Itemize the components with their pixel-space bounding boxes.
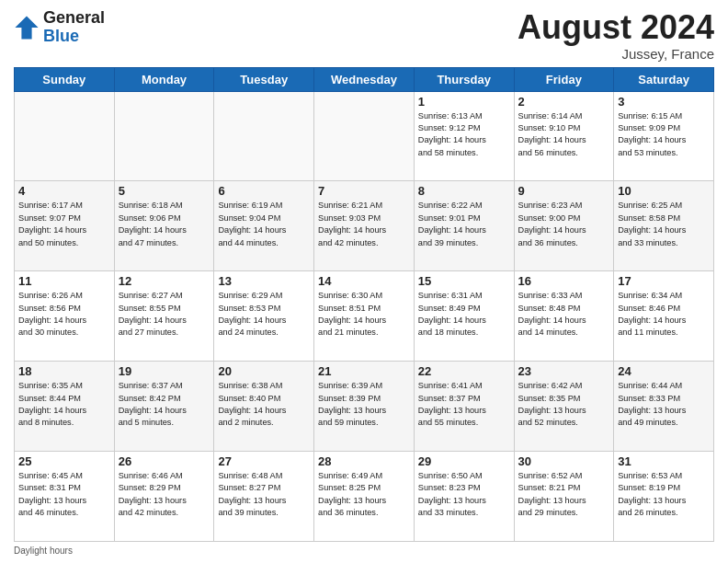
day-number: 2: [518, 95, 610, 109]
day-info: Sunrise: 6:22 AMSunset: 9:01 PMDaylight:…: [418, 200, 510, 248]
logo-blue-text: Blue: [43, 28, 105, 46]
logo: General Blue: [14, 9, 105, 46]
day-info: Sunrise: 6:52 AMSunset: 8:21 PMDaylight:…: [518, 470, 610, 519]
day-info: Sunrise: 6:45 AMSunset: 8:31 PMDaylight:…: [18, 470, 110, 519]
day-info: Sunrise: 6:29 AMSunset: 8:53 PMDaylight:…: [218, 290, 310, 339]
day-number: 29: [418, 454, 510, 468]
calendar-day: 13Sunrise: 6:29 AMSunset: 8:53 PMDayligh…: [214, 271, 314, 362]
day-number: 6: [218, 184, 310, 198]
day-info: Sunrise: 6:26 AMSunset: 8:56 PMDaylight:…: [18, 290, 110, 339]
calendar-day: 2Sunrise: 6:14 AMSunset: 9:10 PMDaylight…: [514, 91, 614, 181]
footer-note: Daylight hours: [14, 546, 714, 556]
calendar-day: 17Sunrise: 6:34 AMSunset: 8:46 PMDayligh…: [614, 271, 714, 362]
daylight-label: Daylight hours: [14, 546, 73, 556]
day-info: Sunrise: 6:13 AMSunset: 9:12 PMDaylight:…: [418, 110, 510, 159]
day-number: 20: [218, 364, 310, 378]
calendar-header-row: SundayMondayTuesdayWednesdayThursdayFrid…: [15, 67, 714, 91]
day-info: Sunrise: 6:41 AMSunset: 8:37 PMDaylight:…: [418, 380, 510, 429]
calendar-day: 31Sunrise: 6:53 AMSunset: 8:19 PMDayligh…: [614, 452, 714, 542]
calendar-day: 21Sunrise: 6:39 AMSunset: 8:39 PMDayligh…: [314, 362, 415, 452]
day-info: Sunrise: 6:44 AMSunset: 8:33 PMDaylight:…: [618, 380, 710, 429]
day-number: 31: [618, 454, 710, 468]
day-number: 19: [119, 364, 210, 378]
day-info: Sunrise: 6:38 AMSunset: 8:40 PMDaylight:…: [218, 380, 310, 429]
calendar-day: [214, 91, 314, 181]
day-info: Sunrise: 6:42 AMSunset: 8:35 PMDaylight:…: [518, 380, 610, 429]
calendar-day: 16Sunrise: 6:33 AMSunset: 8:48 PMDayligh…: [514, 271, 614, 362]
day-number: 13: [218, 274, 310, 288]
calendar-day: 10Sunrise: 6:25 AMSunset: 8:58 PMDayligh…: [614, 181, 714, 271]
day-number: 17: [618, 274, 710, 288]
day-number: 7: [318, 184, 410, 198]
month-year: August 2024: [518, 9, 714, 46]
calendar-day: 28Sunrise: 6:49 AMSunset: 8:25 PMDayligh…: [314, 452, 415, 542]
calendar-day: 9Sunrise: 6:23 AMSunset: 9:00 PMDaylight…: [514, 181, 614, 271]
title-block: August 2024 Jussey, France: [518, 9, 714, 62]
day-number: 25: [18, 454, 110, 468]
day-info: Sunrise: 6:19 AMSunset: 9:04 PMDaylight:…: [218, 200, 310, 248]
calendar-day: 5Sunrise: 6:18 AMSunset: 9:06 PMDaylight…: [114, 181, 214, 271]
day-number: 27: [218, 454, 310, 468]
day-header-wednesday: Wednesday: [314, 67, 415, 91]
day-info: Sunrise: 6:31 AMSunset: 8:49 PMDaylight:…: [418, 290, 510, 339]
calendar-day: 22Sunrise: 6:41 AMSunset: 8:37 PMDayligh…: [414, 362, 514, 452]
calendar-week-4: 18Sunrise: 6:35 AMSunset: 8:44 PMDayligh…: [15, 362, 714, 452]
calendar-day: 8Sunrise: 6:22 AMSunset: 9:01 PMDaylight…: [414, 181, 514, 271]
calendar-day: 3Sunrise: 6:15 AMSunset: 9:09 PMDaylight…: [614, 91, 714, 181]
day-info: Sunrise: 6:50 AMSunset: 8:23 PMDaylight:…: [418, 470, 510, 519]
logo-text: General Blue: [43, 9, 105, 46]
day-number: 4: [18, 184, 110, 198]
day-info: Sunrise: 6:14 AMSunset: 9:10 PMDaylight:…: [518, 110, 610, 159]
calendar-day: 30Sunrise: 6:52 AMSunset: 8:21 PMDayligh…: [514, 452, 614, 542]
calendar-day: 7Sunrise: 6:21 AMSunset: 9:03 PMDaylight…: [314, 181, 415, 271]
calendar-day: 4Sunrise: 6:17 AMSunset: 9:07 PMDaylight…: [15, 181, 115, 271]
day-info: Sunrise: 6:34 AMSunset: 8:46 PMDaylight:…: [618, 290, 710, 339]
day-number: 9: [518, 184, 610, 198]
day-header-monday: Monday: [114, 67, 214, 91]
page: General Blue August 2024 Jussey, France …: [0, 0, 728, 563]
day-info: Sunrise: 6:49 AMSunset: 8:25 PMDaylight:…: [318, 470, 410, 519]
header: General Blue August 2024 Jussey, France: [14, 9, 714, 62]
day-info: Sunrise: 6:33 AMSunset: 8:48 PMDaylight:…: [518, 290, 610, 339]
day-number: 23: [518, 364, 610, 378]
day-info: Sunrise: 6:46 AMSunset: 8:29 PMDaylight:…: [119, 470, 210, 519]
day-number: 26: [119, 454, 210, 468]
calendar-day: 1Sunrise: 6:13 AMSunset: 9:12 PMDaylight…: [414, 91, 514, 181]
calendar-day: [114, 91, 214, 181]
calendar-day: 6Sunrise: 6:19 AMSunset: 9:04 PMDaylight…: [214, 181, 314, 271]
day-number: 10: [618, 184, 710, 198]
calendar-day: 19Sunrise: 6:37 AMSunset: 8:42 PMDayligh…: [114, 362, 214, 452]
day-header-saturday: Saturday: [614, 67, 714, 91]
calendar-day: 27Sunrise: 6:48 AMSunset: 8:27 PMDayligh…: [214, 452, 314, 542]
calendar-day: [15, 91, 115, 181]
day-number: 21: [318, 364, 410, 378]
day-number: 30: [518, 454, 610, 468]
calendar-day: 12Sunrise: 6:27 AMSunset: 8:55 PMDayligh…: [114, 271, 214, 362]
calendar-week-5: 25Sunrise: 6:45 AMSunset: 8:31 PMDayligh…: [15, 452, 714, 542]
day-info: Sunrise: 6:37 AMSunset: 8:42 PMDaylight:…: [119, 380, 210, 429]
day-number: 28: [318, 454, 410, 468]
day-number: 11: [18, 274, 110, 288]
calendar-day: 18Sunrise: 6:35 AMSunset: 8:44 PMDayligh…: [15, 362, 115, 452]
day-info: Sunrise: 6:17 AMSunset: 9:07 PMDaylight:…: [18, 200, 110, 248]
calendar-day: 23Sunrise: 6:42 AMSunset: 8:35 PMDayligh…: [514, 362, 614, 452]
day-info: Sunrise: 6:27 AMSunset: 8:55 PMDaylight:…: [119, 290, 210, 339]
calendar-day: [314, 91, 415, 181]
day-info: Sunrise: 6:21 AMSunset: 9:03 PMDaylight:…: [318, 200, 410, 248]
calendar-table: SundayMondayTuesdayWednesdayThursdayFrid…: [14, 67, 714, 542]
day-header-thursday: Thursday: [414, 67, 514, 91]
calendar-day: 25Sunrise: 6:45 AMSunset: 8:31 PMDayligh…: [15, 452, 115, 542]
calendar-week-2: 4Sunrise: 6:17 AMSunset: 9:07 PMDaylight…: [15, 181, 714, 271]
day-number: 5: [119, 184, 210, 198]
day-info: Sunrise: 6:30 AMSunset: 8:51 PMDaylight:…: [318, 290, 410, 339]
day-info: Sunrise: 6:39 AMSunset: 8:39 PMDaylight:…: [318, 380, 410, 429]
day-header-tuesday: Tuesday: [214, 67, 314, 91]
day-info: Sunrise: 6:53 AMSunset: 8:19 PMDaylight:…: [618, 470, 710, 519]
calendar-day: 15Sunrise: 6:31 AMSunset: 8:49 PMDayligh…: [414, 271, 514, 362]
day-info: Sunrise: 6:15 AMSunset: 9:09 PMDaylight:…: [618, 110, 710, 159]
calendar-day: 24Sunrise: 6:44 AMSunset: 8:33 PMDayligh…: [614, 362, 714, 452]
day-info: Sunrise: 6:18 AMSunset: 9:06 PMDaylight:…: [119, 200, 210, 248]
day-number: 22: [418, 364, 510, 378]
day-number: 15: [418, 274, 510, 288]
calendar-day: 20Sunrise: 6:38 AMSunset: 8:40 PMDayligh…: [214, 362, 314, 452]
